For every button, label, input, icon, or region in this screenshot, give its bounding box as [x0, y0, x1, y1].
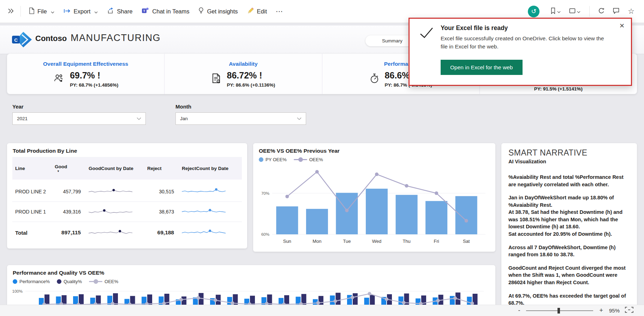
table-row: PROD LINE 2 457,799 30,515: [12, 181, 242, 201]
view-button[interactable]: [566, 6, 584, 17]
people-star-icon: [53, 73, 64, 85]
file-icon: [29, 7, 34, 16]
stopwatch-icon: [370, 73, 379, 85]
month-slicer-label: Month: [175, 104, 191, 110]
chevron-down-icon: [557, 9, 561, 14]
production-table-header-row: Line Good▼ GoodCount by Date Reject Reje…: [12, 157, 242, 180]
good-cell: 457,799: [52, 189, 86, 194]
legend-dot-icon: [57, 279, 61, 284]
kpi-card-availability: Availability 86.72%! PY: 86.6% (+0.1136%…: [164, 54, 322, 94]
collapse-pane-button[interactable]: [4, 6, 17, 17]
good-cell: 897,115: [52, 229, 86, 236]
oee-chart-card: OEE% VS OEE% Previous Year PY OEE% OEE% …: [253, 143, 495, 252]
zoom-out-button[interactable]: -: [517, 307, 521, 314]
bookmarks-button[interactable]: [547, 5, 564, 18]
svg-text:60%: 60%: [261, 232, 269, 236]
legend-dot-icon: [259, 157, 263, 162]
brand-name: Contoso: [35, 34, 67, 43]
sort-desc-icon: ▼: [57, 170, 84, 172]
svg-text:Fri: Fri: [434, 239, 439, 244]
export-menu-button[interactable]: Export: [59, 5, 103, 18]
chevron-down-icon: [94, 8, 98, 15]
year-slicer-dropdown[interactable]: 2021: [12, 112, 146, 125]
kpi-value: 86.72%: [227, 70, 257, 80]
favorite-button[interactable]: ☆: [625, 5, 638, 18]
legend-item-oee[interactable]: OEE%: [89, 279, 118, 284]
edit-pencil-icon: [247, 7, 254, 16]
column-header-rejectcount-by-date[interactable]: RejectCount by Date: [179, 166, 238, 171]
refresh-button[interactable]: [595, 5, 608, 18]
lightbulb-icon: [198, 7, 204, 16]
share-button[interactable]: Share: [102, 4, 137, 19]
reject-cell: 30,515: [144, 189, 179, 194]
zoom-in-button[interactable]: +: [598, 307, 604, 314]
edit-label: Edit: [257, 8, 267, 15]
edit-button[interactable]: Edit: [243, 4, 272, 19]
kpi-previous-year: PY: 68.7% (+1.4856%): [70, 82, 118, 88]
year-slicer-label: Year: [12, 104, 24, 110]
narrative-paragraph: GoodCount and Reject Count diverged the …: [508, 264, 630, 286]
more-options-button[interactable]: ⋯: [272, 5, 288, 18]
svg-text:70%: 70%: [261, 191, 269, 195]
comment-icon: [613, 8, 619, 15]
column-header-line[interactable]: Line: [12, 166, 52, 171]
get-insights-button[interactable]: Get insights: [194, 4, 242, 19]
good-sparkline: [86, 207, 144, 217]
toast-title: Your Excel file is ready: [441, 24, 508, 32]
export-menu-label: Export: [74, 8, 91, 15]
kpi-title: Availability: [165, 61, 322, 67]
open-in-excel-button[interactable]: Open in Excel for the web: [441, 60, 523, 75]
reset-to-default-button[interactable]: ↺: [528, 6, 539, 17]
column-header-reject[interactable]: Reject: [144, 166, 179, 171]
reject-sparkline: [179, 207, 238, 217]
legend-line-icon: [294, 159, 307, 160]
pq-chart-title: Performance and Quality VS OEE%: [7, 265, 495, 278]
pq-chart-legend: Performance% Quality% OEE%: [13, 279, 495, 284]
oee-combo-chart[interactable]: 70%60%SunMonTueWedThuFriSat: [256, 164, 489, 248]
comments-button[interactable]: [610, 5, 622, 17]
share-icon: [107, 7, 114, 15]
legend-item-oee[interactable]: OEE%: [294, 157, 323, 162]
legend-line-icon: [89, 281, 102, 282]
svg-text:Mon: Mon: [312, 239, 321, 244]
toolbar-divider: [589, 6, 590, 17]
reset-icon: ↺: [531, 7, 536, 15]
month-slicer-dropdown[interactable]: Jan: [175, 112, 306, 125]
kpi-card-oee: Overall Equipment Effectiveness 69.7%! P…: [7, 54, 164, 94]
chevron-down-icon: [577, 9, 580, 14]
kpi-flag: !: [259, 70, 262, 80]
legend-item-quality[interactable]: Quality%: [57, 279, 82, 284]
svg-text:Sun: Sun: [283, 239, 291, 244]
toolbar-divider: [20, 6, 21, 17]
zoom-level: 95%: [609, 308, 620, 314]
close-icon[interactable]: ✕: [617, 22, 627, 30]
table-row: PROD LINE 1 439,316 38,673: [12, 201, 242, 222]
kpi-value: 86.6%: [385, 70, 410, 80]
zoom-slider-handle[interactable]: [557, 308, 560, 314]
fit-to-page-icon[interactable]: [625, 307, 633, 314]
column-header-goodcount-by-date[interactable]: GoodCount by Date: [86, 166, 144, 171]
export-icon: [64, 8, 71, 15]
narrative-paragraph: %Avaiability Rest and total %Performance…: [508, 174, 630, 188]
toolbar-right-group: ↺: [528, 5, 644, 18]
legend-item-performance[interactable]: Performance%: [13, 279, 50, 284]
oee-chart-title: OEE% VS OEE% Previous Year: [253, 143, 495, 156]
zoom-slider[interactable]: [526, 310, 593, 311]
oee-chart-legend: PY OEE% OEE%: [259, 157, 495, 162]
svg-text:100%: 100%: [12, 289, 23, 293]
legend-item-py-oee[interactable]: PY OEE%: [259, 157, 287, 162]
narrative-paragraph: Across all 7 DayOfWeekShort, Downtime (h…: [508, 244, 630, 258]
kpi-flag: !: [97, 70, 100, 80]
excel-ready-toast: Your Excel file is ready Excel file succ…: [409, 18, 632, 86]
chat-in-teams-button[interactable]: T Chat in Teams: [137, 4, 194, 19]
contoso-logo: C: [11, 31, 33, 49]
chevron-down-icon: [51, 8, 54, 15]
chevron-down-icon: [297, 116, 302, 121]
chat-in-teams-label: Chat in Teams: [152, 8, 189, 15]
column-header-good[interactable]: Good▼: [52, 164, 86, 172]
share-label: Share: [117, 8, 132, 15]
file-menu-button[interactable]: File: [24, 4, 59, 19]
line-cell: Total: [12, 230, 52, 236]
narrative-paragraph: Jan in DayOfWeekShort made up 18.80% of …: [508, 194, 630, 238]
svg-text:Sat: Sat: [463, 239, 470, 244]
